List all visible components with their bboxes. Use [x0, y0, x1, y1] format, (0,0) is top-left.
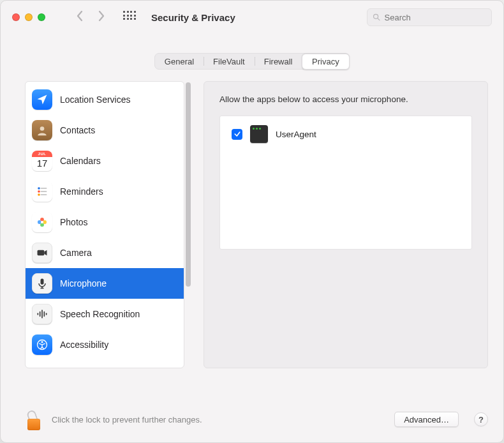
search-input[interactable] [385, 13, 486, 22]
sidebar-item-label: Accessibility [60, 340, 108, 350]
search-field[interactable] [367, 8, 492, 26]
sidebar-item-reminders[interactable]: Reminders [26, 176, 184, 207]
svg-point-24 [41, 341, 43, 343]
lock-hint-text: Click the lock to prevent further change… [52, 415, 385, 424]
svg-point-13 [41, 221, 43, 223]
app-list: UserAgent [219, 116, 472, 250]
svg-rect-19 [40, 312, 41, 317]
calendar-icon-month: JUL [32, 151, 52, 157]
microphone-icon [32, 273, 52, 294]
contacts-icon [32, 120, 52, 140]
svg-point-7 [38, 193, 40, 196]
sidebar-scrollbar-thumb[interactable] [186, 82, 191, 287]
sidebar-item-label: Contacts [60, 125, 95, 135]
segmented-control: General FileVault Firewall Privacy [154, 53, 350, 70]
forward-button[interactable] [98, 10, 105, 25]
svg-point-9 [40, 218, 44, 222]
svg-point-12 [38, 220, 41, 224]
sidebar-item-calendars[interactable]: JUL 17 Calendars [26, 146, 184, 176]
svg-point-10 [43, 220, 47, 224]
sidebar-item-photos[interactable]: Photos [26, 207, 184, 237]
terminal-app-icon [250, 125, 268, 143]
toolbar: Security & Privacy [1, 1, 503, 34]
sidebar-container: Location Services Contacts JUL 17 Calend… [25, 81, 192, 368]
lock-button[interactable] [25, 409, 43, 430]
tab-general[interactable]: General [155, 54, 204, 69]
calendar-icon-day: 17 [32, 157, 52, 171]
svg-rect-21 [44, 312, 45, 317]
sidebar-item-label: Camera [60, 248, 92, 258]
window-title: Security & Privacy [151, 12, 235, 23]
privacy-category-list: Location Services Contacts JUL 17 Calend… [25, 81, 184, 368]
sidebar-scrollbar[interactable] [184, 81, 192, 368]
sidebar-item-contacts[interactable]: Contacts [26, 115, 184, 146]
reminders-icon [32, 181, 52, 202]
svg-rect-15 [41, 279, 44, 285]
tab-bar: General FileVault Firewall Privacy [1, 34, 503, 81]
advanced-button[interactable]: Advanced… [394, 412, 459, 427]
help-button[interactable]: ? [474, 412, 488, 426]
lock-body-icon [27, 419, 40, 430]
show-all-prefs-button[interactable] [123, 11, 136, 24]
search-icon [373, 13, 381, 22]
svg-point-5 [38, 190, 40, 193]
location-arrow-icon [32, 89, 52, 110]
svg-rect-18 [38, 313, 39, 315]
close-window-button[interactable] [12, 13, 20, 21]
svg-rect-20 [41, 310, 43, 318]
zoom-window-button[interactable] [38, 13, 45, 21]
sidebar-item-label: Speech Recognition [60, 309, 140, 319]
app-name: UserAgent [276, 130, 316, 139]
app-checkbox[interactable] [232, 129, 242, 140]
sidebar-item-location[interactable]: Location Services [26, 84, 184, 115]
tab-firewall[interactable]: Firewall [255, 54, 302, 69]
sidebar-item-label: Reminders [60, 186, 103, 197]
app-row: UserAgent [232, 125, 460, 143]
svg-point-11 [40, 223, 44, 227]
accessibility-icon [32, 334, 52, 355]
photos-icon [32, 212, 52, 232]
sidebar-item-microphone[interactable]: Microphone [26, 268, 184, 299]
footer: Click the lock to prevent further change… [1, 396, 503, 442]
svg-point-2 [40, 126, 45, 131]
window-controls [12, 13, 45, 21]
sidebar-item-label: Calendars [60, 156, 101, 166]
tab-filevault[interactable]: FileVault [204, 54, 255, 69]
svg-rect-14 [38, 250, 45, 255]
svg-point-3 [38, 187, 40, 190]
sidebar-item-camera[interactable]: Camera [26, 237, 184, 268]
panel-description: Allow the apps below to access your micr… [219, 94, 472, 104]
sidebar-item-accessibility[interactable]: Accessibility [26, 329, 184, 360]
tab-privacy[interactable]: Privacy [302, 54, 350, 70]
sidebar-item-label: Microphone [60, 278, 107, 289]
svg-rect-22 [46, 313, 47, 315]
camera-icon [32, 243, 52, 263]
sidebar-item-label: Photos [60, 217, 88, 227]
preferences-window: Security & Privacy General FileVault Fir… [0, 0, 504, 443]
sidebar-item-speech[interactable]: Speech Recognition [26, 299, 184, 329]
sidebar-item-label: Location Services [60, 94, 131, 105]
back-button[interactable] [76, 10, 84, 25]
content-area: Location Services Contacts JUL 17 Calend… [1, 81, 503, 396]
calendar-icon: JUL 17 [32, 151, 52, 171]
minimize-window-button[interactable] [25, 13, 33, 21]
detail-panel: Allow the apps below to access your micr… [204, 81, 488, 368]
svg-line-1 [378, 19, 380, 20]
checkmark-icon [233, 130, 241, 138]
speech-icon [32, 304, 52, 324]
nav-arrows [76, 10, 105, 25]
